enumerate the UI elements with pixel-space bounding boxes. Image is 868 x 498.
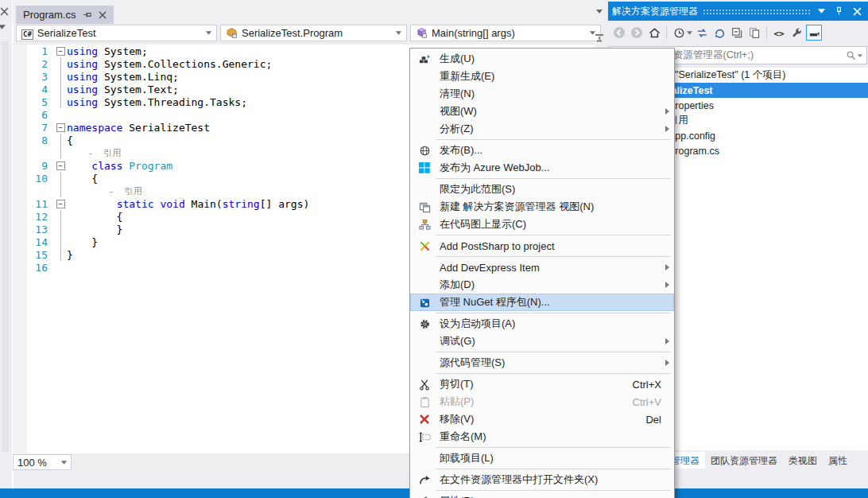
fold-marker[interactable] <box>54 83 67 95</box>
zoom-selector[interactable]: 100 % <box>13 454 72 470</box>
menu-item[interactable]: 移除(V)Del <box>410 410 674 428</box>
menu-item[interactable]: 在文件资源管理器中打开文件夹(X) <box>410 471 674 488</box>
properties-button[interactable] <box>789 25 804 41</box>
menu-item[interactable]: 添加(D) <box>410 276 674 294</box>
cropped-left-window <box>0 0 14 498</box>
fold-marker[interactable]: − <box>54 123 67 132</box>
menu-item[interactable]: 剪切(T)Ctrl+X <box>410 375 674 393</box>
fold-marker[interactable]: − <box>54 161 67 170</box>
line-number: 5 <box>13 96 54 108</box>
close-icon[interactable] <box>851 7 864 16</box>
nav-dropdown-2[interactable]: SerializeTest.Program <box>220 25 407 41</box>
fold-marker[interactable]: − <box>54 47 67 56</box>
menu-item-label: 添加(D) <box>440 278 475 292</box>
chevron-down-icon[interactable] <box>0 25 6 29</box>
menu-item[interactable]: 分析(Z) <box>410 120 674 138</box>
publish-icon <box>414 145 435 157</box>
nav-dropdown-1[interactable]: C#SerializeTest <box>16 25 217 41</box>
code-tags-icon: <> <box>773 27 784 39</box>
chevron-down-icon[interactable] <box>687 31 692 35</box>
menu-item-label: 卸载项目(L) <box>440 451 494 465</box>
menu-item[interactable]: 视图(W) <box>410 103 674 120</box>
wrench-icon <box>414 496 435 498</box>
menu-item-label: 源代码管理(S) <box>440 356 505 370</box>
solution-explorer-titlebar[interactable]: 解决方案资源管理器 <box>608 2 868 21</box>
fold-marker[interactable] <box>54 57 67 70</box>
close-icon[interactable] <box>99 11 107 19</box>
menu-item[interactable]: 卸载项目(L) <box>410 449 674 467</box>
menu-item[interactable]: 重新生成(E) <box>410 68 674 85</box>
project-context-menu: 生成(U)重新生成(E)清理(N)视图(W)分析(Z)发布(B)...发布为 A… <box>409 48 675 498</box>
home-button[interactable] <box>646 25 662 41</box>
collapse-all-button[interactable] <box>729 25 745 41</box>
code-map-icon <box>414 219 435 231</box>
menu-item[interactable]: 设为启动项目(A) <box>410 315 674 333</box>
tool-window-tab[interactable]: 类视图 <box>783 452 823 469</box>
submenu-arrow-icon <box>665 360 669 366</box>
fold-marker[interactable] <box>54 95 67 108</box>
fold-marker[interactable] <box>54 248 67 261</box>
panel-title: 解决方案资源管理器 <box>612 5 698 18</box>
fold-marker[interactable] <box>54 172 67 185</box>
menu-item[interactable]: 源代码管理(S) <box>410 354 674 372</box>
view-code-button[interactable]: <> <box>771 25 787 41</box>
tab-title: Program.cs <box>23 9 76 21</box>
menu-item[interactable]: Add DevExpress Item <box>410 259 674 276</box>
menu-item-label: 新建 解决方案资源管理器 视图(N) <box>440 200 594 214</box>
submenu-arrow-icon <box>665 338 669 344</box>
fold-marker[interactable] <box>54 70 67 83</box>
nav-dropdown-3[interactable]: Main(string[] args) <box>410 25 601 41</box>
fold-marker[interactable] <box>54 134 67 146</box>
code-text: { <box>67 134 73 146</box>
menu-item-label: 管理 NuGet 程序包(N)... <box>440 295 550 309</box>
search-icon[interactable] <box>846 50 862 60</box>
tab-program-cs[interactable]: Program.cs <box>16 6 114 24</box>
tool-window-tab[interactable]: 团队资源管理器 <box>705 452 783 469</box>
line-number: 7 <box>13 122 54 134</box>
menu-item[interactable]: 在代码图上显示(C) <box>410 216 674 233</box>
menu-item[interactable]: 调试(G) <box>410 333 674 350</box>
menu-item[interactable]: 新建 解决方案资源管理器 视图(N) <box>410 198 674 216</box>
solution-explorer-toolbar: <> <box>608 21 868 45</box>
menu-item[interactable]: 发布(B)... <box>410 142 674 159</box>
menu-item[interactable]: 限定为此范围(S) <box>410 181 674 198</box>
preview-selected-items-button[interactable] <box>806 25 822 41</box>
menu-item-label: 重命名(M) <box>440 430 486 444</box>
split-window-handle[interactable] <box>595 33 606 45</box>
fold-marker[interactable] <box>54 185 67 197</box>
line-number: 14 <box>13 236 54 248</box>
code-text: using System.Text; <box>67 84 179 95</box>
close-icon[interactable] <box>0 7 9 16</box>
postsharp-icon <box>414 240 435 252</box>
menu-separator <box>436 469 671 469</box>
code-text: { <box>67 211 122 223</box>
menu-item[interactable]: Add PostSharp to project <box>410 237 674 255</box>
fold-marker[interactable] <box>54 210 67 223</box>
menu-separator <box>436 352 671 352</box>
menu-item-label: 分析(Z) <box>440 122 474 136</box>
fold-marker[interactable]: − <box>54 200 67 208</box>
clock-icon <box>673 27 685 39</box>
fold-marker[interactable] <box>54 146 67 159</box>
fold-marker[interactable] <box>54 223 67 235</box>
show-all-files-button[interactable] <box>746 25 762 41</box>
menu-item[interactable]: 清理(N) <box>410 85 674 103</box>
refresh-button[interactable] <box>711 25 727 41</box>
chevron-down-icon[interactable] <box>816 9 827 14</box>
tab-list-chevron-icon[interactable] <box>596 10 603 14</box>
scrollbar[interactable] <box>2 41 9 452</box>
menu-item[interactable]: 管理 NuGet 程序包(N)... <box>410 294 674 311</box>
paste-icon <box>414 396 435 408</box>
pin-icon[interactable] <box>83 10 91 19</box>
menu-item[interactable]: 重命名(M) <box>410 428 674 445</box>
menu-item[interactable]: 生成(U) <box>410 50 674 68</box>
menu-item[interactable]: 发布为 Azure WebJob... <box>410 159 674 177</box>
pending-changes-filter-button[interactable] <box>671 25 687 41</box>
pin-icon[interactable] <box>832 6 846 16</box>
tool-window-tab[interactable]: 属性 <box>823 452 853 469</box>
menu-item[interactable]: 属性(R)Alt+Enter <box>410 492 674 498</box>
code-text: using System.Collections.Generic; <box>67 58 272 70</box>
fold-marker[interactable] <box>54 235 67 248</box>
sync-with-active-document-button[interactable] <box>694 25 710 41</box>
csharp-project-icon: C# <box>21 27 33 40</box>
